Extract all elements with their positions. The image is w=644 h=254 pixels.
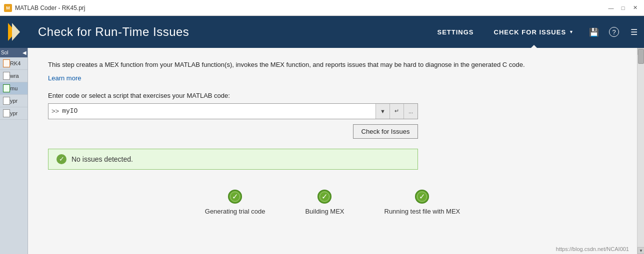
code-input-actions: ▼ ↵ ... [376,104,418,119]
file-icon-ypr1 [3,97,10,105]
close-button[interactable]: ✕ [630,3,640,13]
progress-check-1: ✓ [318,190,332,204]
help-button[interactable]: ? [604,16,624,48]
progress-label-1: Building MEX [305,208,344,215]
progress-item-1: ✓ Building MEX [305,190,344,215]
arrow-2 [12,23,20,41]
file-icon-wra [3,72,10,80]
sidebar-item-label: ypr [10,110,18,116]
settings-button[interactable]: SETTINGS [427,16,484,48]
logo-arrows [8,23,20,41]
code-prompt: >> [48,107,62,115]
scrollbar[interactable]: ▲ ▼ [637,48,644,254]
save-button[interactable]: 💾 [584,16,604,48]
main-layout: Sol ◀ RK4 wra mu ypr ypr This step creat… [0,48,644,254]
file-icon-rk4 [3,59,10,67]
sidebar: Sol ◀ RK4 wra mu ypr ypr [0,48,28,254]
progress-label-2: Running test file with MEX [384,208,460,215]
progress-item-0: ✓ Generating trial code [205,190,266,215]
progress-check-0: ✓ [228,190,242,204]
progress-check-2: ✓ [415,190,429,204]
header-logo [0,16,28,48]
content-area: This step creates a MEX function from yo… [28,48,637,254]
scroll-down-button[interactable]: ▼ [638,247,644,254]
more-options-button[interactable]: ... [404,104,418,119]
maximize-button[interactable]: □ [618,3,628,13]
window-title: MATLAB Coder - RK45.prj [15,4,86,11]
watermark: https://blog.csdn.net/NCAI001 [556,246,629,252]
input-label: Enter code or select a script that exerc… [48,92,617,99]
save-icon: 💾 [589,27,599,37]
enter-button[interactable]: ↵ [390,104,404,119]
title-bar: M MATLAB Coder - RK45.prj — □ ✕ [0,0,644,16]
sidebar-item-label: ypr [10,98,18,104]
sidebar-item-ypr2[interactable]: ypr [0,107,28,120]
minimize-button[interactable]: — [606,3,616,13]
menu-button[interactable]: ☰ [624,16,644,48]
sidebar-item-wra[interactable]: wra [0,70,28,82]
progress-label-0: Generating trial code [205,208,266,215]
sidebar-item-label: mu [10,85,18,91]
menu-icon: ☰ [630,27,638,37]
help-icon: ? [609,27,619,37]
sidebar-item-rk4[interactable]: RK4 [0,57,28,70]
sidebar-collapse-icon[interactable]: ◀ [22,50,26,55]
title-bar-left: M MATLAB Coder - RK45.prj [4,4,86,12]
header-title-container: Check for Run-Time Issues [28,16,427,48]
sidebar-item-mu[interactable]: mu [0,82,28,95]
sidebar-item-label: wra [10,73,19,79]
page-title: Check for Run-Time Issues [38,25,189,39]
check-issues-header-button[interactable]: CHECK FOR ISSUES [484,16,584,48]
dropdown-button[interactable]: ▼ [376,104,390,119]
header-toolbar: Check for Run-Time Issues SETTINGS CHECK… [0,16,644,48]
window-controls: — □ ✕ [606,3,640,13]
progress-item-2: ✓ Running test file with MEX [384,190,460,215]
sidebar-header-label: Sol [1,50,8,55]
description-text: This step creates a MEX function from yo… [48,60,617,70]
code-input[interactable] [62,107,376,115]
header-icon-group: 💾 ? ☰ [584,16,644,48]
file-icon-mu [3,84,10,92]
code-input-row: >> ▼ ↵ ... [48,103,418,119]
scrollbar-thumb[interactable] [638,49,644,64]
sidebar-header: Sol ◀ [0,48,28,57]
success-icon: ✓ [56,154,66,164]
sidebar-item-ypr1[interactable]: ypr [0,95,28,107]
learn-more-link[interactable]: Learn more [48,74,81,82]
result-banner: ✓ No issues detected. [48,149,418,170]
file-icon-ypr2 [3,109,10,117]
progress-section: ✓ Generating trial code ✓ Building MEX ✓… [48,190,617,220]
matlab-icon: M [4,4,12,12]
result-text: No issues detected. [72,155,133,163]
sidebar-item-label: RK4 [10,60,20,66]
check-for-issues-button[interactable]: Check for Issues [353,124,418,139]
header-actions: SETTINGS CHECK FOR ISSUES 💾 ? ☰ [427,16,644,48]
